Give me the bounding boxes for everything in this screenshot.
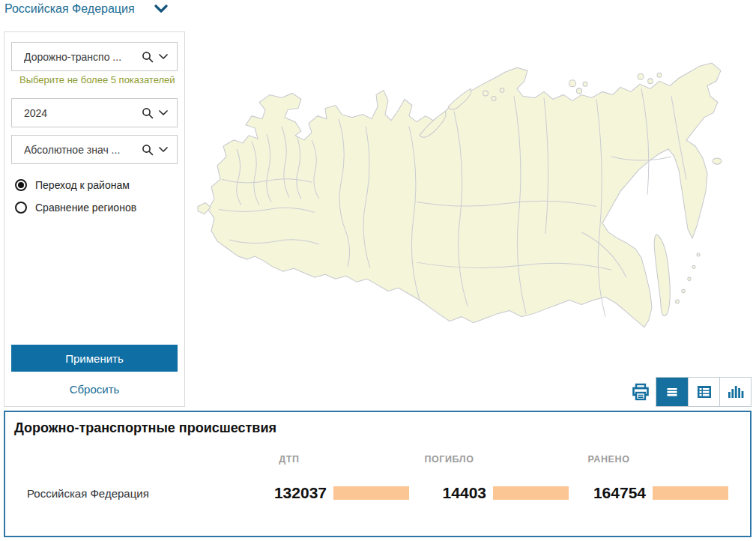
apply-button[interactable]: Применить [11, 345, 178, 372]
value-dtp: 132037 [274, 484, 327, 502]
value-bar-dtp [333, 486, 409, 500]
row-region-label: Российская Федерация [5, 487, 249, 500]
value-raneno: 164754 [593, 484, 646, 502]
chevron-down-icon [159, 54, 168, 60]
cell-pogiblo: 14403 [409, 484, 569, 502]
russia-map-svg [192, 51, 746, 349]
table-view-button[interactable] [688, 378, 719, 406]
list-view-button[interactable] [656, 378, 688, 406]
value-bar-pogiblo [493, 486, 569, 500]
results-title: Дорожно-транспортные происшествия [5, 412, 750, 436]
region-selector[interactable]: Российская Федерация [4, 2, 168, 16]
chevron-down-icon [159, 147, 168, 153]
radio-circle-selected[interactable] [15, 179, 27, 191]
results-header-row: ДТП ПОГИБЛО РАНЕНО [5, 454, 750, 465]
search-icon [142, 144, 154, 156]
indicator-select[interactable]: Дорожно-транспо ... [11, 42, 178, 71]
radio-circle[interactable] [15, 202, 27, 214]
column-header-dtp: ДТП [249, 454, 409, 465]
bar-chart-view-button[interactable] [719, 378, 751, 406]
indicator-select-value: Дорожно-транспо ... [24, 51, 142, 63]
filter-panel: Дорожно-транспо ... Выберите не более 5 … [4, 31, 185, 407]
value-pogiblo: 14403 [443, 484, 486, 502]
radio-district-transition[interactable]: Переход к районам [15, 179, 178, 191]
value-bar-raneno [653, 486, 728, 500]
bar-chart-view-icon [727, 384, 745, 400]
chevron-down-icon [159, 110, 168, 116]
page: Российская Федерация Дорожно-транспо ...… [0, 0, 756, 541]
year-select[interactable]: 2024 [11, 98, 178, 127]
column-header-raneno: РАНЕНО [569, 454, 728, 465]
mode-radio-group: Переход к районам Сравнение регионов [15, 179, 178, 214]
region-selector-label: Российская Федерация [4, 2, 135, 16]
search-icon [142, 107, 154, 119]
view-toolbar [632, 377, 752, 407]
cell-dtp: 132037 [249, 484, 409, 502]
table-row[interactable]: Российская Федерация 132037 14403 164754 [5, 484, 750, 502]
reset-link[interactable]: Сбросить [11, 383, 178, 396]
radio-region-comparison[interactable]: Сравнение регионов [15, 202, 178, 214]
print-icon [632, 383, 650, 401]
russia-map[interactable] [192, 51, 746, 349]
search-icon [142, 51, 154, 63]
radio-label: Переход к районам [35, 179, 130, 191]
results-panel: Дорожно-транспортные происшествия ДТП ПО… [4, 411, 752, 537]
chevron-down-icon [154, 4, 168, 13]
indicator-hint: Выберите не более 5 показателей [11, 71, 178, 85]
column-header-pogiblo: ПОГИБЛО [409, 454, 569, 465]
print-button[interactable] [632, 383, 650, 401]
year-select-value: 2024 [24, 107, 142, 119]
cell-raneno: 164754 [569, 484, 728, 502]
value-type-select-value: Абсолютное знач ... [24, 144, 142, 156]
list-view-icon [664, 384, 680, 400]
table-view-icon [696, 384, 713, 400]
radio-label: Сравнение регионов [35, 202, 136, 214]
view-toggle-group [656, 377, 752, 407]
value-type-select[interactable]: Абсолютное знач ... [11, 135, 178, 164]
